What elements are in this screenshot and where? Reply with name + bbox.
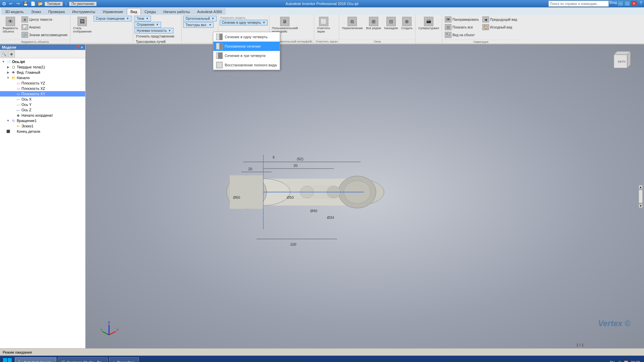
menu-item-quarter[interactable]: Сечение в одну четверть [213,32,280,42]
svg-rect-6 [217,62,222,68]
clean-screen-button[interactable]: ⬜ Очиститьэкран [316,16,331,34]
viewport[interactable]: (62) 20 20 Ø50 Ø40 Ø34 Ø60 100 8 ВЕРХ [86,45,644,348]
view-object-button[interactable]: 🔭 Вид на объект [443,31,480,39]
tab-manage[interactable]: Управление [99,8,127,15]
visibility-button[interactable]: 👁 Видимостьобъекта [1,16,19,34]
cascade-button[interactable]: ⊟ Каскадом [383,16,399,31]
tab-a360[interactable]: Autodesk A360 [194,8,226,15]
camtasia-label: Camtasia Studio - Be... [67,360,105,362]
tab-tools[interactable]: Инструменты [68,8,99,15]
tree-icon-origin: 📁 [11,75,16,80]
vertex-logo: Vertex © [598,319,631,328]
tree-item-axis-y[interactable]: — Ось Y [0,102,85,107]
window-title: Autodesk Inventor Professional 2016 Ось.… [285,2,358,6]
tree-label-axis-z: Ось Z [21,108,32,112]
menu-item-restore[interactable]: Восстановление полного вида [213,60,280,70]
refine-view-button[interactable]: Уточнить представление [135,34,176,39]
search-input[interactable] [548,1,609,7]
menu-item-half[interactable]: Половинное сечение [213,42,280,51]
tile-all-button[interactable]: ⊞ Все рядом [365,16,382,31]
sidebar-toolbar: 🔍 ⊕ [0,50,85,58]
open-button[interactable]: 📂 [37,1,43,7]
shadows-dropdown[interactable]: Тени▼ [135,16,151,21]
close-button[interactable]: ✕ [631,1,637,6]
create-window-button[interactable]: ⊕ Создать [400,16,414,31]
section-dropdown-button[interactable]: Сечение в одну четверть▼ [220,20,268,25]
analysis-button[interactable]: 📊 Анализ [20,23,69,31]
menu-item-three-quarters[interactable]: Сечение в три четверти [213,51,280,60]
taskbar-recording[interactable]: ⏺ Recording . [109,357,139,362]
autofit-icons-button[interactable]: 🔗 Значки автосовмещения [20,31,69,39]
textures-dropdown[interactable]: Текстуры вкл.▼ [183,22,214,28]
switch-window-button[interactable]: ⧉ Переключение [340,16,364,31]
sidebar-add-button[interactable]: ⊕ [8,51,15,57]
scroll-thumb[interactable] [639,190,643,203]
tree-item-root[interactable]: ▼ 📄 Ось.ipt [0,59,85,64]
tab-sketch[interactable]: Эскиз [27,8,44,15]
display-style-button[interactable]: 🖼 Стильотображения [72,16,93,34]
tree-item-axis-z[interactable]: — Ось Z [0,107,85,113]
maximize-button[interactable]: □ [624,1,630,6]
tree-icon-axis-z: — [15,108,21,112]
orthographic-dropdown[interactable]: Ортогональный▼ [183,16,217,21]
scroll-up[interactable]: ▲ [639,185,643,189]
taskbar-clock: 23:20 [631,360,640,362]
taskbar-inventor[interactable]: 🔧 Autodesk Invent... [15,357,56,362]
tree-item-plane-yz[interactable]: ▭ Плоскость YZ [0,80,85,86]
reflections-dropdown[interactable]: Отражения▼ [135,22,161,27]
redo-button[interactable]: ↪ [15,1,21,7]
show-all-button[interactable]: ⊡ Показать все [443,23,480,31]
ray-trace-button[interactable]: Трассировка лучей [135,39,167,44]
tree-item-end[interactable]: ⬛ Конец детали [0,129,85,134]
zero-plane-dropdown[interactable]: Нулевая плоскость▼ [135,28,173,34]
save-button[interactable]: 💾 [22,1,29,7]
tree-item-solids[interactable]: ▶ ⬡ Твердые тела(1) [0,64,85,70]
profile-dropdown[interactable]: Типовые [45,2,63,6]
sidebar-close-button[interactable]: ✕ [80,46,83,49]
tab-check[interactable]: Проверка [45,8,68,15]
svg-text:Z: Z [108,321,110,324]
tree-item-view[interactable]: ▶ 👁 Вид: Главный [0,70,85,75]
svg-text:Ø50: Ø50 [287,195,294,199]
start-button[interactable] [1,356,13,362]
svg-text:20: 20 [248,167,252,171]
tree-item-sketch[interactable]: ✏ Эскиз1 [0,123,85,129]
mode-dropdown[interactable]: По умолчанию [69,2,97,6]
tree-label-root: Ось.ipt [12,60,25,64]
titlebar-left: ⚙ ↩ ↪ 💾 📄 📂 Типовые | По умолчанию [2,1,97,7]
minimize-button[interactable]: ─ [618,1,624,6]
undo-button[interactable]: ↩ [8,1,14,7]
svg-rect-43 [3,358,7,362]
tab-environments[interactable]: Среды [141,8,160,15]
tree-toggle-end: ⬛ [6,129,10,133]
tree-item-rotation[interactable]: ▼ ↻ Вращение1 [0,118,85,123]
taskbar-camtasia[interactable]: 🎬 Camtasia Studio - Be... [58,357,108,362]
tree-icon-plane-xy: ▭ [15,92,21,96]
center-gravity-button[interactable]: ⊕ Центр тяжести [20,16,69,23]
tab-view[interactable]: Вид [127,8,141,15]
status-text: Режим ожидания [3,350,32,354]
new-button[interactable]: 📄 [30,1,36,7]
gray-room-dropdown[interactable]: Серое помещение ▼ [94,16,131,21]
tree-item-plane-xy[interactable]: ▭ Плоскость XY [0,91,85,97]
prev-icon: ◀ [482,16,489,22]
nav-col2: ◀ Предыдущий вид 🏠 Исходный вид [481,16,519,31]
tab-3d-model[interactable]: 3D-модель [1,8,27,15]
tree-item-axis-x[interactable]: — Ось X [0,97,85,102]
sidebar-filter-button[interactable]: 🔍 [1,51,7,57]
tab-start[interactable]: Начало работы [160,8,194,15]
tree-item-origin-pt[interactable]: ⊕ Начало координат [0,113,85,118]
user-interface-button[interactable]: 🖥 Пользовательскийинтерфейс [271,16,299,34]
home-view-button[interactable]: 🏠 Исходный вид [481,23,519,31]
sidebar-pin-button[interactable]: 📌 [75,46,79,49]
user-link[interactable]: Вход [609,1,617,7]
pan-button[interactable]: 🗺 Панорамировать [443,16,480,23]
scroll-down[interactable]: ▼ [639,204,643,208]
help-button[interactable]: ? [640,1,642,7]
superwheel-button[interactable]: 🏔 Суперштурвал [417,16,440,31]
viewcube[interactable]: ВЕРХ [607,48,634,75]
tree-label-view: Вид: Главный [17,70,40,74]
tree-item-plane-xz[interactable]: ▭ Плоскость XZ [0,86,85,91]
prev-view-button[interactable]: ◀ Предыдущий вид [481,16,519,23]
tree-item-origin[interactable]: ▼ 📁 Начало [0,75,85,80]
